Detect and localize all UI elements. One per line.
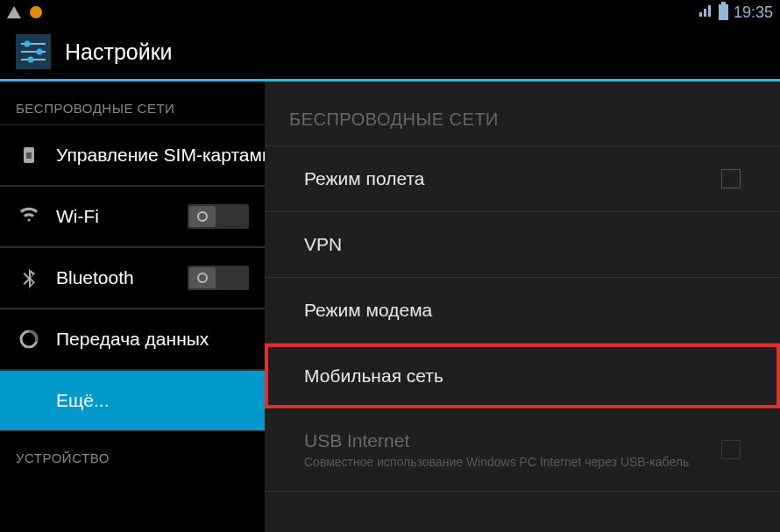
detail-item-label: Режим модема [304,300,432,321]
header-title: Настройки [65,39,173,65]
settings-icon [16,34,51,69]
usb-checkbox [721,440,741,459]
svg-point-5 [28,57,34,63]
wifi-icon [16,206,42,227]
status-right: 19:35 [698,3,773,22]
content-area: БЕСПРОВОДНЫЕ СЕТИ Управление SIM-картами… [0,82,780,532]
detail-item-tethering[interactable]: Режим модема [265,278,780,344]
battery-icon [719,4,728,20]
sidebar-item-label: Передача данных [56,329,209,350]
detail-item-usb-internet: USB Internet Совместное использование Wi… [265,408,780,492]
detail-text-wrap: USB Internet Совместное использование Wi… [304,430,689,469]
detail-section-header: Беспроводные сети [265,82,780,146]
sidebar-item-more[interactable]: Ещё... [0,370,265,431]
detail-item-label: USB Internet [304,430,689,451]
status-time: 19:35 [734,4,773,22]
bluetooth-toggle[interactable] [188,266,249,290]
sidebar-item-bluetooth[interactable]: Bluetooth [0,247,265,309]
warning-icon [7,6,21,18]
svg-point-1 [25,41,31,47]
bluetooth-icon [16,267,42,288]
sidebar-item-label: Ещё... [56,390,109,411]
svg-point-3 [37,49,43,55]
notification-icon [30,6,42,18]
detail-item-vpn[interactable]: VPN [265,212,780,278]
sidebar-item-sim[interactable]: Управление SIM-картами [0,124,265,186]
sim-icon [16,145,42,165]
sidebar-item-label: Bluetooth [56,267,134,288]
detail-item-label: VPN [304,234,342,255]
sidebar-item-label: Управление SIM-картами [56,145,265,166]
detail-item-mobile-network[interactable]: Мобильная сеть [265,344,780,408]
sidebar-item-data-usage[interactable]: Передача данных [0,309,265,370]
detail-item-label: Мобильная сеть [304,365,443,387]
detail-item-label: Режим полета [304,168,424,189]
data-usage-icon [16,330,42,349]
svg-rect-7 [26,153,32,159]
signal-icon [698,3,713,22]
app-header: Настройки [0,25,780,82]
settings-sidebar: БЕСПРОВОДНЫЕ СЕТИ Управление SIM-картами… [0,82,265,532]
sidebar-item-label: Wi-Fi [56,206,99,227]
status-left [7,6,42,18]
detail-item-subtitle: Совместное использование Windows PC Inte… [304,455,689,469]
detail-item-airplane[interactable]: Режим полета [265,146,780,212]
airplane-checkbox[interactable] [721,169,741,188]
sidebar-section-wireless: БЕСПРОВОДНЫЕ СЕТИ [0,82,265,124]
status-bar: 19:35 [0,0,780,25]
detail-panel: Беспроводные сети Режим полета VPN Режим… [265,82,780,532]
sidebar-item-wifi[interactable]: Wi-Fi [0,186,265,247]
wifi-toggle[interactable] [188,204,249,229]
sidebar-section-device: УСТРОЙСТВО [0,431,265,474]
